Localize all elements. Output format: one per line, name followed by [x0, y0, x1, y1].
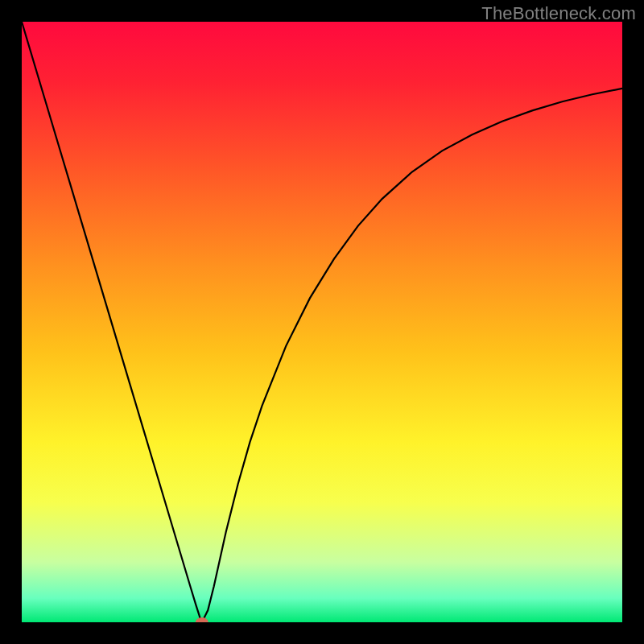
bottleneck-chart: [22, 22, 622, 622]
